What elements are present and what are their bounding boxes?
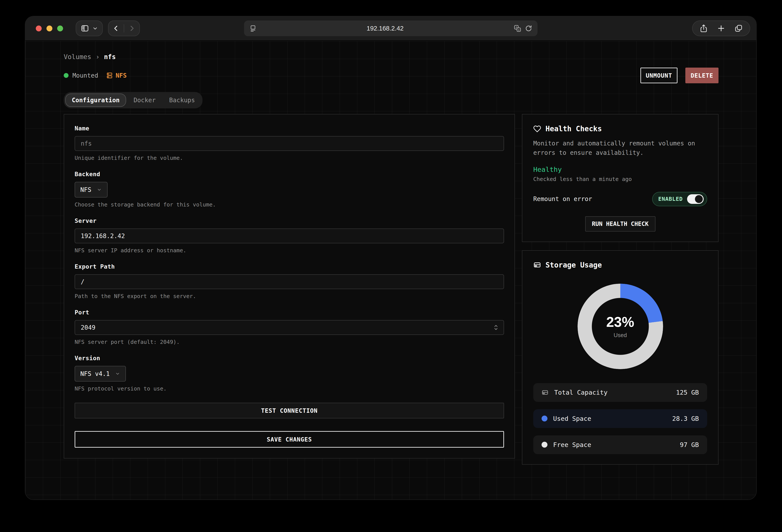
- server-label: Server: [75, 217, 504, 224]
- health-checks-title: Health Checks: [545, 124, 602, 133]
- sidebar-toggle-button[interactable]: [76, 21, 103, 36]
- browser-toolbar: 192.168.2.42 A a: [25, 16, 756, 41]
- nfs-badge: NFS: [106, 72, 127, 79]
- storage-usage-card: Storage Usage 23% Used: [522, 250, 718, 465]
- name-helper: Unique identifier for the volume.: [75, 155, 504, 161]
- storage-usage-title: Storage Usage: [545, 261, 602, 269]
- legend-row-total-capacity: Total Capacity 125 GB: [533, 383, 707, 402]
- reload-icon[interactable]: [525, 25, 532, 32]
- legend-value: 125 GB: [676, 389, 699, 396]
- name-label: Name: [75, 125, 504, 132]
- remount-on-error-label: Remount on error: [533, 195, 592, 202]
- save-changes-button[interactable]: SAVE CHANGES: [75, 431, 504, 448]
- backend-select[interactable]: NFS: [75, 182, 108, 197]
- svg-text:a: a: [518, 28, 520, 31]
- forward-button[interactable]: [124, 21, 139, 36]
- volume-actions: UNMOUNT DELETE: [640, 68, 718, 83]
- test-connection-button[interactable]: TEST CONNECTION: [75, 403, 504, 418]
- traffic-lights: [36, 26, 63, 31]
- health-checks-description: Monitor and automatically remount volume…: [533, 139, 707, 158]
- version-label: Version: [75, 355, 504, 362]
- tab-configuration[interactable]: Configuration: [65, 93, 126, 107]
- server-icon: [106, 72, 113, 79]
- url-text[interactable]: 192.168.2.42: [257, 25, 513, 32]
- legend-label: Total Capacity: [554, 389, 607, 396]
- sidebar-icon: [80, 24, 89, 33]
- port-field-group: Port NFS server port (default: 2049).: [75, 309, 504, 345]
- free-space-dot: [541, 442, 547, 448]
- legend-row-free-space: Free Space 97 GB: [533, 435, 707, 454]
- port-input[interactable]: [75, 320, 504, 335]
- chevron-down-icon: [97, 187, 102, 192]
- toggle-switch: [687, 194, 704, 204]
- chevron-down-icon: [115, 371, 120, 376]
- legend-label: Free Space: [553, 441, 591, 449]
- health-last-checked: Checked less than a minute ago: [533, 176, 707, 182]
- server-field-group: Server NFS server IP address or hostname…: [75, 217, 504, 254]
- translate-icon[interactable]: A a: [513, 25, 522, 32]
- share-icon[interactable]: [700, 24, 708, 33]
- legend-value: 28.3 GB: [672, 415, 699, 422]
- tab-overview-icon[interactable]: [735, 24, 743, 33]
- legend-label: Used Space: [553, 415, 591, 422]
- health-status: Healthy: [533, 165, 707, 173]
- legend-value: 97 GB: [680, 441, 699, 449]
- tab-backups[interactable]: Backups: [163, 93, 201, 107]
- export-path-label: Export Path: [75, 263, 504, 270]
- delete-button[interactable]: DELETE: [685, 68, 718, 83]
- backend-helper: Choose the storage backend for this volu…: [75, 201, 504, 208]
- name-field-group: Name Unique identifier for the volume.: [75, 125, 504, 161]
- tab-bar: Configuration Docker Backups: [64, 92, 203, 108]
- port-helper: NFS server port (default: 2049).: [75, 339, 504, 345]
- hard-drive-icon: [533, 261, 541, 269]
- server-input[interactable]: [75, 228, 504, 243]
- tab-docker[interactable]: Docker: [128, 93, 162, 107]
- close-window-button[interactable]: [36, 26, 42, 31]
- nfs-badge-label: NFS: [116, 72, 127, 79]
- version-select[interactable]: NFS v4.1: [75, 366, 126, 382]
- export-path-helper: Path to the NFS export on the server.: [75, 293, 504, 299]
- page-content: Volumes › nfs Mounted NFS: [25, 41, 756, 499]
- backend-label: Backend: [75, 171, 504, 178]
- version-field-group: Version NFS v4.1 NFS protocol version to…: [75, 355, 504, 392]
- chevron-down-icon: [92, 26, 98, 31]
- configuration-form-card: Name Unique identifier for the volume. B…: [64, 114, 515, 459]
- run-health-check-button[interactable]: RUN HEALTH CHECK: [585, 216, 655, 232]
- donut-percent-label: Used: [613, 332, 627, 339]
- breadcrumb-current: nfs: [104, 53, 116, 61]
- server-helper: NFS server IP address or hostname.: [75, 247, 504, 254]
- backend-field-group: Backend NFS Choose the storage backend f…: [75, 171, 504, 208]
- legend-row-used-space: Used Space 28.3 GB: [533, 409, 707, 428]
- export-path-field-group: Export Path Path to the NFS export on th…: [75, 263, 504, 299]
- version-helper: NFS protocol version to use.: [75, 385, 504, 392]
- new-tab-icon[interactable]: [717, 24, 725, 33]
- name-input[interactable]: [75, 136, 504, 151]
- used-space-dot: [541, 416, 547, 421]
- mounted-status-dot: [64, 73, 69, 78]
- back-button[interactable]: [108, 21, 124, 36]
- browser-window: 192.168.2.42 A a: [25, 16, 757, 500]
- breadcrumb-separator: ›: [96, 53, 100, 61]
- backend-select-value: NFS: [80, 186, 92, 193]
- zoom-window-button[interactable]: [57, 26, 63, 31]
- toolbar-right-cluster: [692, 21, 750, 36]
- breadcrumb-volumes-link[interactable]: Volumes: [64, 53, 91, 61]
- mounted-label: Mounted: [72, 72, 98, 79]
- storage-donut-chart: 23% Used: [577, 284, 663, 369]
- nav-buttons: [108, 21, 140, 36]
- storage-legend: Total Capacity 125 GB Used Space 28.3 GB…: [533, 383, 707, 454]
- heart-icon: [533, 125, 541, 133]
- unmount-button[interactable]: UNMOUNT: [640, 68, 677, 83]
- port-label: Port: [75, 309, 504, 316]
- remount-toggle-label: ENABLED: [658, 196, 683, 202]
- number-stepper-icon[interactable]: [493, 324, 499, 331]
- export-path-input[interactable]: [75, 274, 504, 289]
- version-select-value: NFS v4.1: [80, 370, 110, 377]
- toggle-knob: [695, 195, 703, 203]
- minimize-window-button[interactable]: [46, 26, 52, 31]
- remount-toggle[interactable]: ENABLED: [652, 192, 707, 206]
- breadcrumb: Volumes › nfs: [64, 53, 718, 61]
- address-bar[interactable]: 192.168.2.42 A a: [244, 21, 538, 36]
- hard-drive-icon: [541, 389, 548, 396]
- reader-view-icon[interactable]: [249, 25, 257, 32]
